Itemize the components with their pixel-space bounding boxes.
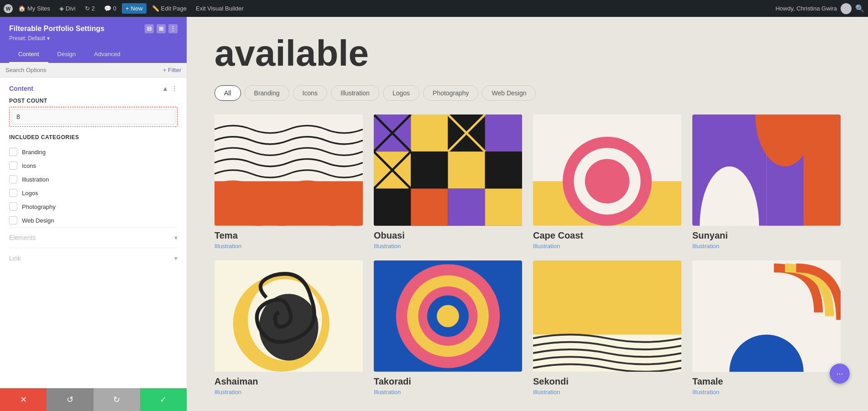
filter-tab-illustration[interactable]: Illustration [331, 85, 379, 101]
divi-menu[interactable]: ◈ Divi [56, 3, 79, 14]
portfolio-thumb-tamale [692, 260, 841, 372]
portfolio-item-tamale[interactable]: Tamale Illustration [692, 260, 841, 395]
filter-tab-branding[interactable]: Branding [245, 85, 289, 101]
svg-point-41 [437, 305, 459, 327]
content-section-title: Content [9, 85, 33, 92]
comments-menu[interactable]: 💬 0 [100, 3, 120, 14]
revisions-menu[interactable]: ↻ 2 [81, 3, 99, 14]
exit-visual-builder-button[interactable]: Exit Visual Builder [192, 3, 247, 14]
collapse-icon[interactable]: ▲ [162, 85, 168, 92]
portfolio-item-tema[interactable]: Tema Illustration [214, 114, 363, 250]
cancel-button[interactable]: ✕ [0, 388, 47, 411]
category-illustration-checkbox[interactable] [9, 175, 17, 183]
category-icons[interactable]: Icons [9, 159, 178, 172]
new-button[interactable]: + New [122, 3, 146, 14]
elements-section-header[interactable]: Elements ▾ [9, 234, 178, 241]
filter-tab-logos[interactable]: Logos [383, 85, 419, 101]
divi-label: Divi [66, 5, 76, 12]
wp-logo-icon[interactable]: W [4, 4, 13, 13]
house-icon: 🏠 [18, 5, 26, 12]
filter-tab-all[interactable]: All [214, 85, 241, 101]
minimize-icon[interactable]: ⊟ [145, 24, 154, 33]
link-section-header[interactable]: Link ▾ [9, 255, 178, 262]
portfolio-thumb-cape-coast [533, 114, 681, 226]
tab-design-label: Design [58, 51, 76, 57]
tab-content-label: Content [18, 51, 39, 57]
admin-bar-right: Howdy, Christina Gwira CG 🔍 [775, 3, 864, 14]
portfolio-item-obuasi[interactable]: Obuasi Illustration [374, 114, 522, 250]
portfolio-item-obuasi-cat: Illustration [374, 243, 522, 250]
portfolio-item-cape-coast-cat: Illustration [533, 243, 681, 250]
category-logos[interactable]: Logos [9, 186, 178, 200]
category-illustration[interactable]: Illustration [9, 172, 178, 186]
filter-tab-web-design[interactable]: Web Design [482, 85, 536, 101]
category-photography-name: Photography [22, 203, 56, 210]
divi-icon: ◈ [59, 5, 64, 12]
my-sites-label: My Sites [27, 5, 50, 12]
section-menu-icon[interactable]: ⋮ [171, 85, 178, 92]
category-branding[interactable]: Branding [9, 145, 178, 159]
post-count-input[interactable] [11, 109, 175, 125]
settings-panel: Filterable Portfolio Settings ⊟ ⊞ ⋮ Pres… [0, 17, 187, 411]
portfolio-thumb-sekondi [533, 260, 681, 372]
panel-title-icons: ⊟ ⊞ ⋮ [145, 24, 178, 33]
portfolio-item-tamale-title: Tamale [692, 376, 841, 387]
preset-label[interactable]: Preset: Default ▾ [9, 35, 178, 42]
portfolio-item-sekondi[interactable]: Sekondi Illustration [533, 260, 681, 395]
tab-advanced[interactable]: Advanced [85, 46, 130, 63]
svg-rect-4 [411, 114, 448, 151]
category-web-design-checkbox[interactable] [9, 216, 17, 224]
edit-page-button[interactable]: ✏️ Edit Page [148, 3, 190, 14]
portfolio-item-sunyani-cat: Illustration [692, 243, 841, 250]
avatar[interactable]: CG [841, 3, 852, 14]
portfolio-item-ashaiman-title: Ashaiman [214, 376, 363, 387]
portfolio-item-tema-cat: Illustration [214, 243, 363, 250]
revisions-count: 2 [92, 5, 95, 12]
portfolio-item-sekondi-title: Sekondi [533, 376, 681, 387]
panel-title: Filterable Portfolio Settings [9, 25, 105, 33]
exit-visual-builder-label: Exit Visual Builder [196, 5, 244, 12]
undo-button[interactable]: ↺ [47, 388, 93, 411]
tab-content[interactable]: Content [9, 46, 48, 63]
category-photography[interactable]: Photography [9, 200, 178, 213]
admin-bar: W 🏠 My Sites ◈ Divi ↻ 2 💬 0 + New ✏️ Edi… [0, 0, 868, 17]
category-web-design[interactable]: Web Design [9, 213, 178, 227]
portfolio-item-sunyani[interactable]: Sunyani Illustration [692, 114, 841, 250]
filter-tab-icons[interactable]: Icons [293, 85, 327, 101]
my-sites-menu[interactable]: 🏠 My Sites [15, 3, 54, 14]
howdy-label: Howdy, Christina Gwira [775, 5, 837, 12]
filter-tab-photography[interactable]: Photography [423, 85, 478, 101]
grid-icon[interactable]: ⊞ [157, 24, 166, 33]
panel-tabs: Content Design Advanced [0, 46, 187, 63]
admin-search-button[interactable]: 🔍 [855, 4, 864, 13]
svg-rect-14 [485, 189, 522, 226]
portfolio-thumb-takoradi [374, 260, 522, 372]
comments-icon: 💬 [104, 5, 111, 12]
portfolio-item-takoradi[interactable]: Takoradi Illustration [374, 260, 522, 395]
main-layout: Filterable Portfolio Settings ⊟ ⊞ ⋮ Pres… [0, 17, 868, 411]
portfolio-item-ashaiman[interactable]: Ashaiman Illustration [214, 260, 363, 395]
comments-count: 0 [113, 5, 116, 12]
post-count-label: Post Count [9, 98, 178, 104]
portfolio-thumb-ashaiman [214, 260, 363, 372]
svg-rect-10 [485, 151, 522, 188]
tab-advanced-label: Advanced [94, 51, 120, 57]
portfolio-item-cape-coast[interactable]: Cape Coast Illustration [533, 114, 681, 250]
category-branding-checkbox[interactable] [9, 148, 17, 156]
preset-text: Preset: Default [9, 35, 45, 42]
search-input[interactable] [5, 67, 163, 73]
revisions-icon: ↻ [85, 5, 90, 12]
portfolio-item-obuasi-title: Obuasi [374, 230, 522, 241]
redo-button[interactable]: ↻ [94, 388, 140, 411]
filter-button[interactable]: + Filter [163, 67, 181, 73]
category-photography-checkbox[interactable] [9, 203, 17, 211]
category-icons-name: Icons [22, 162, 36, 169]
category-icons-checkbox[interactable] [9, 161, 17, 170]
category-illustration-name: Illustration [22, 176, 49, 183]
floating-action-button[interactable]: ··· [830, 364, 850, 384]
save-button[interactable]: ✓ [140, 388, 187, 411]
tab-design[interactable]: Design [48, 46, 85, 63]
menu-icon[interactable]: ⋮ [168, 24, 178, 33]
category-logos-checkbox[interactable] [9, 189, 17, 197]
portfolio-thumb-tema [214, 114, 363, 226]
